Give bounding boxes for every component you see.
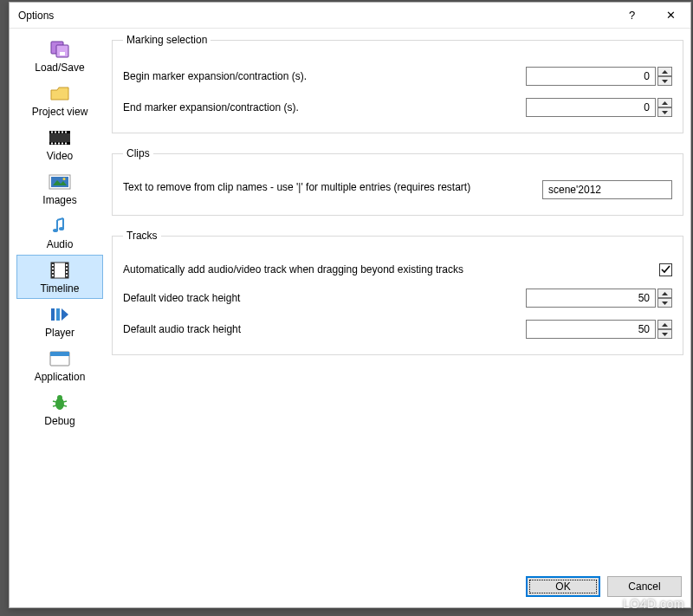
text-remove-input[interactable] (542, 180, 672, 199)
svg-rect-10 (65, 132, 67, 133)
begin-marker-spin-up[interactable] (657, 67, 672, 76)
svg-marker-51 (662, 333, 668, 336)
group-legend: Tracks (123, 230, 161, 242)
auto-add-track-label: Automatically add audio/video track when… (123, 263, 659, 276)
group-legend: Marking selection (123, 34, 210, 46)
sidebar: Load/Save Project view (16, 34, 103, 600)
projectview-icon (46, 82, 74, 105)
sidebar-item-application[interactable]: Application (16, 343, 103, 387)
auto-add-track-checkbox[interactable] (659, 263, 672, 276)
sidebar-item-player[interactable]: Player (16, 299, 103, 343)
audio-track-height-input[interactable] (526, 320, 656, 339)
row-auto-add-track: Automatically add audio/video track when… (123, 263, 672, 276)
audio-track-height-spin-down[interactable] (657, 329, 672, 339)
svg-marker-48 (662, 292, 668, 295)
sidebar-item-project-view[interactable]: Project view (16, 78, 103, 122)
end-marker-spin-down[interactable] (657, 107, 672, 117)
ok-button[interactable]: OK (526, 576, 600, 597)
svg-rect-27 (52, 271, 54, 273)
end-marker-label: End marker expansion/contraction (s). (123, 101, 526, 114)
svg-line-42 (63, 401, 67, 402)
group-tracks: Tracks Automatically add audio/video tra… (112, 230, 683, 355)
video-icon (46, 126, 74, 149)
group-clips: Clips Text to remove from clip names - u… (112, 147, 683, 216)
close-button[interactable]: ✕ (651, 3, 690, 28)
svg-point-39 (57, 395, 62, 400)
sidebar-item-label: Player (45, 327, 74, 339)
svg-point-19 (63, 178, 66, 180)
loadsave-icon (46, 38, 74, 61)
svg-rect-6 (51, 132, 53, 133)
svg-point-20 (53, 229, 58, 232)
window-title: Options (18, 10, 612, 22)
svg-rect-33 (51, 308, 55, 321)
sidebar-item-label: Timeline (41, 282, 80, 295)
row-video-track-height: Default video track height (123, 289, 672, 308)
row-end-marker: End marker expansion/contraction (s). (123, 98, 672, 117)
row-begin-marker: Begin marker expansion/contraction (s). (123, 67, 672, 86)
begin-marker-spin-down[interactable] (657, 76, 672, 86)
audio-track-height-label: Default audio track height (123, 322, 526, 336)
svg-line-41 (53, 405, 56, 406)
svg-rect-14 (62, 143, 63, 145)
video-track-height-label: Default video track height (123, 291, 526, 305)
row-audio-track-height: Default audio track height (123, 320, 672, 339)
video-track-height-input[interactable] (526, 289, 656, 308)
images-icon (46, 171, 74, 193)
svg-rect-25 (52, 264, 54, 266)
svg-point-21 (59, 227, 64, 230)
svg-marker-44 (662, 70, 668, 74)
group-marking-selection: Marking selection Begin marker expansion… (112, 34, 683, 133)
svg-rect-29 (66, 264, 68, 266)
sidebar-item-images[interactable]: Images (16, 166, 103, 211)
video-track-height-spin-up[interactable] (657, 289, 672, 298)
svg-rect-37 (50, 352, 69, 356)
svg-rect-31 (66, 271, 68, 273)
svg-rect-13 (58, 143, 60, 145)
svg-marker-49 (662, 302, 668, 305)
sidebar-item-label: Audio (47, 238, 74, 250)
sidebar-item-audio[interactable]: Audio (16, 211, 103, 255)
debug-icon (46, 392, 74, 414)
audio-track-height-spin-up[interactable] (657, 320, 672, 329)
svg-rect-26 (52, 268, 54, 269)
options-dialog: Options ? ✕ Load/Save (9, 2, 691, 608)
group-legend: Clips (123, 147, 153, 159)
timeline-icon (46, 259, 74, 282)
cancel-button[interactable]: Cancel (607, 576, 682, 597)
svg-marker-35 (62, 308, 68, 321)
svg-marker-45 (662, 80, 668, 83)
sidebar-item-label: Debug (44, 415, 74, 427)
sidebar-item-label: Load/Save (35, 62, 84, 74)
sidebar-item-debug[interactable]: Debug (16, 387, 103, 431)
sidebar-item-label: Project view (32, 106, 88, 118)
svg-rect-30 (66, 268, 68, 269)
svg-rect-17 (51, 177, 68, 187)
application-icon (46, 347, 74, 370)
svg-rect-34 (56, 308, 60, 321)
svg-rect-32 (66, 275, 68, 276)
begin-marker-input[interactable] (526, 67, 656, 86)
dialog-body: Load/Save Project view (10, 29, 690, 607)
svg-rect-8 (58, 132, 60, 133)
row-text-remove: Text to remove from clip names - use '|'… (123, 180, 672, 199)
svg-line-43 (63, 405, 67, 406)
content-panel: Marking selection Begin marker expansion… (103, 34, 683, 600)
sidebar-item-timeline[interactable]: Timeline (16, 255, 103, 299)
end-marker-spin-up[interactable] (657, 98, 672, 107)
svg-marker-46 (662, 101, 668, 105)
svg-rect-7 (55, 132, 56, 133)
audio-icon (46, 215, 74, 237)
svg-rect-12 (55, 143, 56, 145)
svg-rect-11 (51, 143, 53, 145)
player-icon (46, 303, 74, 326)
help-button[interactable]: ? (612, 3, 651, 28)
watermark: LO4D.com (623, 597, 684, 611)
titlebar: Options ? ✕ (10, 3, 690, 29)
svg-rect-15 (65, 143, 67, 145)
sidebar-item-video[interactable]: Video (16, 122, 103, 166)
dialog-buttons: OK Cancel (112, 569, 683, 600)
sidebar-item-load-save[interactable]: Load/Save (16, 34, 103, 78)
end-marker-input[interactable] (526, 98, 656, 117)
video-track-height-spin-down[interactable] (657, 298, 672, 308)
